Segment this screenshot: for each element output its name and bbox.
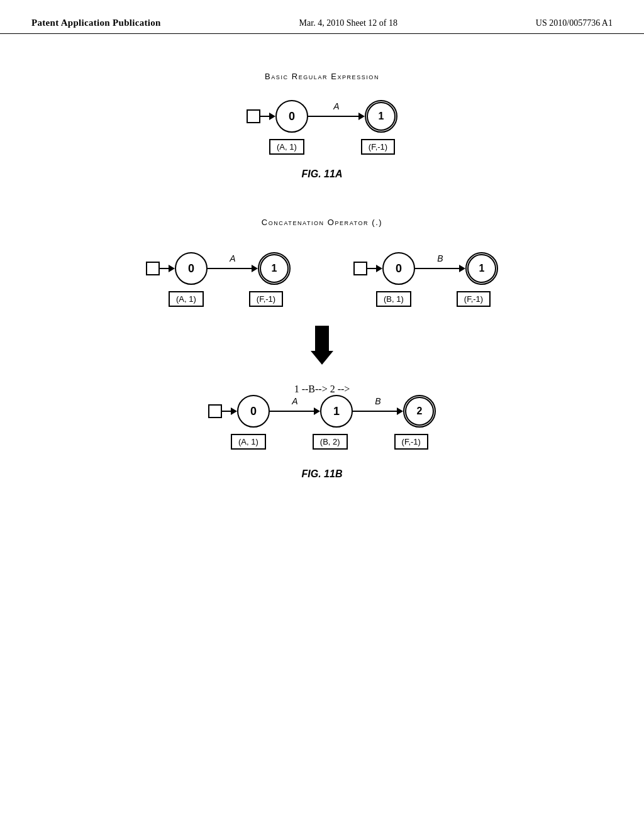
- entry-rect-left-top: [146, 262, 160, 275]
- publication-date-sheet: Mar. 4, 2010 Sheet 12 of 18: [299, 18, 397, 28]
- publication-title: Patent Application Publication: [31, 18, 161, 28]
- boxes-bottom: (A, 1) (B, 2) (F,-1): [208, 434, 428, 450]
- fsm-pair-top: 0 A 1 (A, 1) (F: [146, 252, 498, 307]
- page-header: Patent Application Publication Mar. 4, 2…: [0, 0, 644, 34]
- entry-stem-bottom: [222, 411, 231, 412]
- transition-A-11a: A: [308, 113, 365, 120]
- node-1-left-top: 1: [258, 252, 291, 285]
- section-fig11a: Basic Regular Expression 0: [50, 72, 594, 180]
- down-arrow-11b: [311, 326, 333, 365]
- entry-stem-11a: [260, 116, 269, 117]
- node-0-right-top: 0: [382, 252, 415, 285]
- down-arrow-head: [311, 351, 333, 365]
- transition-label-A-11a: A: [333, 101, 339, 111]
- boxes-left-top: (A, 1) (F,-1): [146, 291, 283, 307]
- entry-bottom: [208, 404, 237, 418]
- fig-caption-11a: FIG. 11A: [302, 169, 343, 180]
- state-box-F1-11a: (F,-1): [361, 139, 395, 155]
- box-A1-left-top: (A, 1): [169, 291, 204, 307]
- section-title-11a: Basic Regular Expression: [265, 72, 379, 81]
- state-boxes-11a: (A, 1) (F,-1): [247, 139, 397, 155]
- node-1-label-11a: 1: [379, 111, 384, 122]
- node-0-label-11a: 0: [289, 110, 295, 123]
- entry-rect-right-top: [353, 262, 367, 275]
- arrow-A-bottom: A: [270, 407, 320, 415]
- box-B2-bottom: (B, 2): [313, 434, 348, 450]
- box-F1-right-top: (F,-1): [457, 291, 491, 307]
- box-F1-left-top: (F,-1): [249, 291, 283, 307]
- entry-horiz-11a: [247, 109, 275, 123]
- entry-right-top: [353, 262, 382, 275]
- node-0-left-top: 0: [175, 252, 208, 285]
- boxes-right-top: (B, 1) (F,-1): [353, 291, 491, 307]
- entry-arrow-bottom: [231, 407, 237, 415]
- node-1-11a: 1: [365, 100, 397, 133]
- fsm-left-top-11b: 0 A 1 (A, 1) (F: [146, 252, 291, 307]
- fsm-bottom-states: 0 A 1 B: [208, 395, 436, 428]
- entry-left-top: [146, 262, 175, 275]
- transition-arrowhead-A-11a: [358, 113, 365, 120]
- box-B1-right-top: (B, 1): [376, 291, 411, 307]
- fsm-right-top-11b: 0 B 1 (B, 1) (F: [353, 252, 498, 307]
- section-fig11b: Concatenation Operator (.) 0: [50, 218, 594, 480]
- fsm-bottom-11b: 0 A 1 B: [208, 395, 436, 450]
- transition-line-A-11a: [308, 116, 358, 117]
- arrow-A-left-top: A: [208, 265, 258, 272]
- section-title-11b: Concatenation Operator (.): [262, 218, 382, 227]
- fig-caption-11b: FIG. 11B: [302, 468, 343, 480]
- node-1-right-top: 1: [465, 252, 498, 285]
- fsm-right-states: 0 B 1: [353, 252, 498, 285]
- node-2-bottom: 2: [403, 395, 436, 428]
- entry-arrowhead-11a: [269, 113, 275, 120]
- entry-rect-bottom: [208, 404, 222, 418]
- entry-arrow-right-top: [376, 265, 382, 272]
- fsm-11a-states-row: 0 A 1: [247, 100, 397, 133]
- entry-symbol-11a: [247, 109, 275, 123]
- node-0-bottom: 0: [237, 395, 270, 428]
- node-1-bottom: 1: [320, 395, 353, 428]
- entry-stem-right-top: [367, 268, 376, 269]
- publication-number: US 2010/0057736 A1: [536, 18, 613, 28]
- main-content: Basic Regular Expression 0: [0, 34, 644, 505]
- arrow-B-right-top: B: [415, 265, 465, 272]
- node-0-11a: 0: [275, 100, 308, 133]
- entry-arrow-left-top: [169, 265, 175, 272]
- entry-stem-left-top: [160, 268, 169, 269]
- diagram-11a: 0 A 1 (A, 1) (F,-1): [247, 100, 397, 155]
- box-A1-bottom: (A, 1): [231, 434, 266, 450]
- entry-rect-11a: [247, 109, 260, 123]
- fsm-left-states: 0 A 1: [146, 252, 291, 285]
- down-arrow-shaft: [315, 326, 329, 351]
- state-box-A1-11a: (A, 1): [269, 139, 304, 155]
- box-F1-bottom: (F,-1): [394, 434, 428, 450]
- arrow-B-bottom: B: [353, 407, 403, 415]
